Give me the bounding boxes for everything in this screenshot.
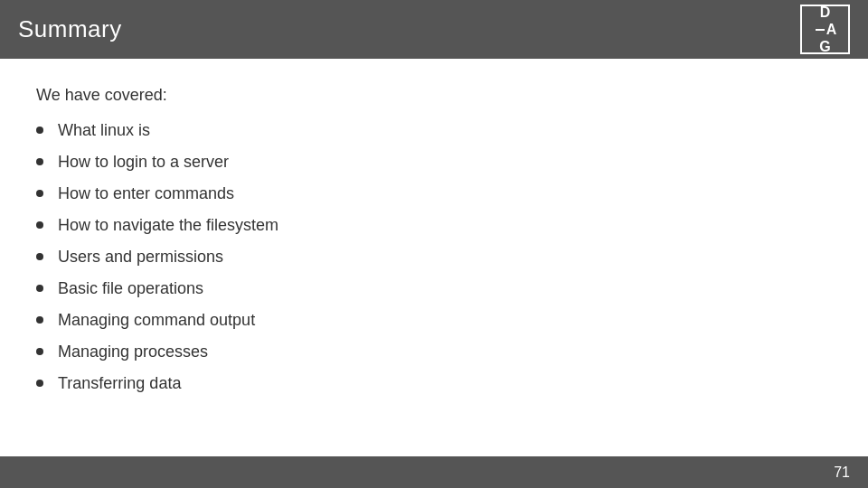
list-item-text: Managing processes [58,343,208,361]
bullet-list: What linux isHow to login to a serverHow… [36,121,832,393]
list-item-text: How to login to a server [58,153,229,172]
intro-text: We have covered: [36,86,832,105]
list-item-text: Transferring data [58,374,181,393]
list-item-text: Users and permissions [58,248,223,267]
bullet-dot-icon [36,127,43,134]
bullet-dot-icon [36,316,43,324]
bullet-dot-icon [36,158,43,165]
bullet-dot-icon [36,348,43,355]
list-item-text: How to enter commands [58,184,234,203]
page-title: Summary [18,15,122,43]
bullet-dot-icon [36,253,43,260]
list-item: What linux is [36,121,832,140]
list-item-text: Managing command output [58,311,255,330]
list-item-text: What linux is [58,121,150,140]
list-item: Transferring data [36,374,832,393]
logo: D A G [800,5,850,54]
bullet-dot-icon [36,221,43,229]
list-item: How to enter commands [36,184,832,203]
list-item: Basic file operations [36,279,832,298]
list-item: Managing processes [36,343,832,361]
list-item: Managing command output [36,311,832,330]
bullet-dot-icon [36,190,43,197]
bullet-dot-icon [36,380,43,387]
list-item: Users and permissions [36,248,832,267]
list-item-text: Basic file operations [58,279,203,298]
page-number: 71 [834,465,850,481]
list-item: How to login to a server [36,153,832,172]
bullet-dot-icon [36,285,43,292]
list-item-text: How to navigate the filesystem [58,216,278,235]
footer: 71 [0,456,868,488]
header: Summary D A G [0,0,868,59]
main-content: We have covered: What linux isHow to log… [0,59,868,424]
list-item: How to navigate the filesystem [36,216,832,235]
